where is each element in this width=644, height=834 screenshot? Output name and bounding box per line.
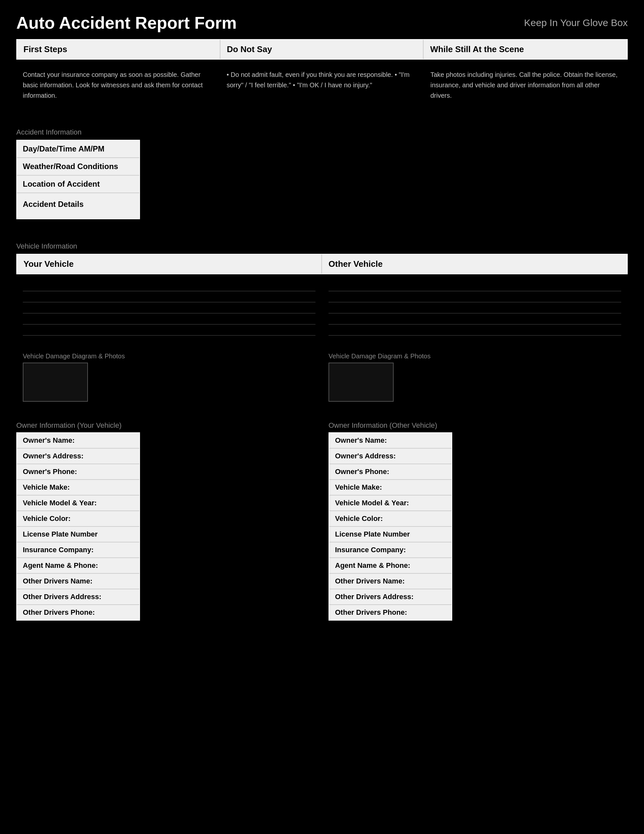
fill-line-7 [329, 293, 621, 302]
fill-line-9 [329, 315, 621, 325]
owner-other-info-box: Owner's Name: Owner's Address: Owner's P… [329, 432, 452, 621]
fill-line-2 [23, 293, 315, 302]
owner-other-label: Owner Information (Other Vehicle) [329, 421, 628, 430]
col-head-while-at-scene: While Still At the Scene [424, 40, 627, 59]
owner-your-row-3: Owner's Phone: [17, 464, 139, 480]
info-header-table: First Steps Do Not Say While Still At th… [16, 39, 628, 60]
vehicle-your-content [16, 278, 322, 343]
page-title: Auto Accident Report Form [16, 13, 237, 32]
owner-your-row-1: Owner's Name: [17, 433, 139, 449]
fill-line-1 [23, 282, 315, 291]
owner-other-row-6: Vehicle Color: [329, 511, 452, 527]
vehicle-diagram-your-col: Vehicle Damage Diagram & Photos [16, 349, 322, 405]
accident-section-label: Accident Information [16, 128, 628, 136]
owner-your-row-2: Owner's Address: [17, 449, 139, 464]
vehicle-diagram-your-label: Vehicle Damage Diagram & Photos [23, 352, 315, 360]
owner-other-row-9: Agent Name & Phone: [329, 558, 452, 574]
owner-other-row-3: Owner's Phone: [329, 464, 452, 480]
vehicle-diagram-other-col: Vehicle Damage Diagram & Photos [322, 349, 628, 405]
owner-your-col: Owner Information (Your Vehicle) Owner's… [16, 421, 315, 627]
vehicle-header-table: Your Vehicle Other Vehicle [16, 254, 628, 274]
vehicle-diagram-other-box [329, 363, 394, 402]
fill-line-6 [329, 282, 621, 291]
owner-your-row-7: License Plate Number [17, 527, 139, 542]
spacer-3 [16, 411, 628, 421]
owner-other-row-1: Owner's Name: [329, 433, 452, 449]
owner-info-section: Owner Information (Your Vehicle) Owner's… [16, 421, 628, 627]
vehicle-section-label: Vehicle Information [16, 242, 628, 251]
col-content-first-steps: Contact your insurance company as soon a… [16, 65, 220, 105]
owner-other-col: Owner Information (Other Vehicle) Owner'… [329, 421, 628, 627]
vehicle-other-content [322, 278, 628, 343]
owner-your-row-9: Agent Name & Phone: [17, 558, 139, 574]
col-head-first-steps: First Steps [17, 40, 220, 59]
page-subtitle: Keep In Your Glove Box [524, 17, 628, 28]
vehicle-diagram-your-box [23, 363, 88, 402]
fill-line-10 [329, 326, 621, 336]
vehicle-content-area [16, 278, 628, 343]
col-head-do-not-say: Do Not Say [220, 40, 424, 59]
owner-your-row-4: Vehicle Make: [17, 480, 139, 496]
owner-your-row-8: Insurance Company: [17, 542, 139, 558]
owner-other-row-4: Vehicle Make: [329, 480, 452, 496]
owner-other-row-7: License Plate Number [329, 527, 452, 542]
owner-your-row-6: Vehicle Color: [17, 511, 139, 527]
owner-your-row-12: Other Drivers Phone: [17, 605, 139, 620]
owner-your-row-10: Other Drivers Name: [17, 574, 139, 589]
spacer-1 [16, 115, 628, 125]
accident-info-box: Day/Date/Time AM/PM Weather/Road Conditi… [16, 140, 140, 219]
col-content-while-at-scene: Take photos including injuries. Call the… [424, 65, 628, 105]
vehicle-diagram-other-label: Vehicle Damage Diagram & Photos [329, 352, 621, 360]
col-content-do-not-say: • Do not admit fault, even if you think … [220, 65, 424, 105]
fill-line-5 [23, 326, 315, 336]
vehicle-col-head-other: Other Vehicle [322, 254, 627, 274]
fill-line-4 [23, 315, 315, 325]
accident-row-2: Weather/Road Conditions [17, 158, 139, 176]
owner-other-row-5: Vehicle Model & Year: [329, 496, 452, 511]
owner-your-info-box: Owner's Name: Owner's Address: Owner's P… [16, 432, 140, 621]
fill-line-3 [23, 304, 315, 314]
accident-row-3: Location of Accident [17, 176, 139, 193]
owner-your-row-5: Vehicle Model & Year: [17, 496, 139, 511]
owner-other-row-12: Other Drivers Phone: [329, 605, 452, 620]
vehicle-col-head-your: Your Vehicle [17, 254, 322, 274]
fill-line-8 [329, 304, 621, 314]
owner-other-row-10: Other Drivers Name: [329, 574, 452, 589]
accident-row-4: Accident Details [17, 193, 139, 218]
accident-row-1: Day/Date/Time AM/PM [17, 141, 139, 158]
owner-your-label: Owner Information (Your Vehicle) [16, 421, 315, 430]
owner-other-row-2: Owner's Address: [329, 449, 452, 464]
spacer-2 [16, 229, 628, 239]
owner-other-row-11: Other Drivers Address: [329, 589, 452, 605]
vehicle-diagram-row: Vehicle Damage Diagram & Photos Vehicle … [16, 349, 628, 405]
owner-other-row-8: Insurance Company: [329, 542, 452, 558]
info-content-table: Contact your insurance company as soon a… [16, 65, 628, 105]
page-header: Auto Accident Report Form Keep In Your G… [16, 13, 628, 32]
owner-your-row-11: Other Drivers Address: [17, 589, 139, 605]
